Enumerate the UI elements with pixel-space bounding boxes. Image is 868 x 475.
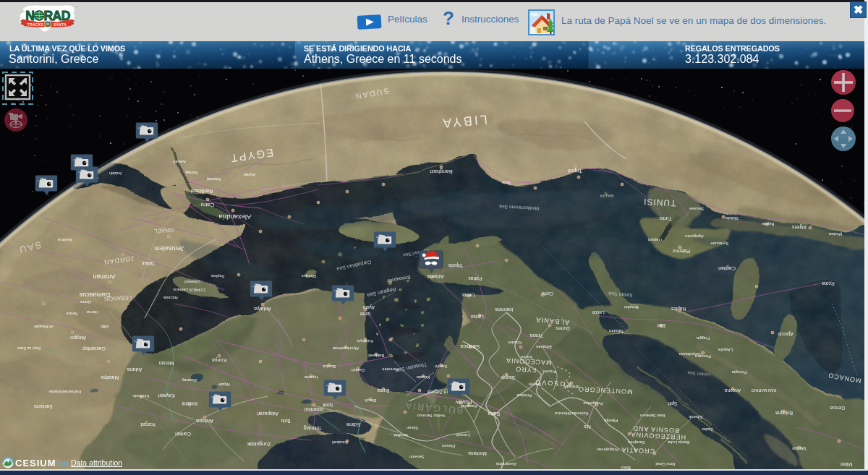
svg-text:Gaziantep: Gaziantep xyxy=(82,346,106,351)
svg-text:Genoa: Genoa xyxy=(830,406,845,411)
svg-text:Cankiri: Cankiri xyxy=(175,432,191,437)
svg-text:Tetovo: Tetovo xyxy=(529,382,542,387)
svg-text:Severin: Severin xyxy=(409,455,424,459)
svg-text:Isparta: Isparta xyxy=(304,375,318,380)
svg-text:Bilecik: Bilecik xyxy=(365,398,376,403)
svg-text:Naples: Naples xyxy=(671,306,686,312)
svg-text:Skikda: Skikda xyxy=(725,216,739,221)
svg-text:Bari: Bari xyxy=(657,323,665,328)
svg-text:SANTA: SANTA xyxy=(54,23,67,27)
svg-text:Sibenik: Sibenik xyxy=(688,415,703,419)
svg-text:Nis: Nis xyxy=(584,424,591,429)
svg-text:Mersin: Mersin xyxy=(158,361,174,366)
svg-text:Bologna: Bologna xyxy=(775,410,793,416)
svg-text:Kahramanmaras: Kahramanmaras xyxy=(49,390,81,394)
svg-text:Malatya: Malatya xyxy=(101,375,119,380)
svg-text:Sousse: Sousse xyxy=(689,207,704,211)
svg-text:Korce: Korce xyxy=(521,355,532,359)
svg-text:Kirsehir: Kirsehir xyxy=(181,401,197,406)
svg-text:Pristina: Pristina xyxy=(516,393,532,398)
svg-text:Novi Grad: Novi Grad xyxy=(655,462,675,466)
svg-text:Damascus: Damascus xyxy=(79,291,110,299)
svg-text:Konya: Konya xyxy=(212,357,226,363)
svg-text:Skopje: Skopje xyxy=(501,375,515,380)
svg-text:Kavala: Kavala xyxy=(416,375,430,380)
svg-text:Dayr az Zawr: Dayr az Zawr xyxy=(17,346,41,351)
svg-text:Corfu: Corfu xyxy=(542,291,553,296)
svg-text:Athens: Athens xyxy=(427,273,444,280)
svg-text:Sohag: Sohag xyxy=(185,171,197,175)
svg-text:Sirte: Sirte xyxy=(501,181,511,185)
svg-text:Ar Raqqah: Ar Raqqah xyxy=(34,325,53,329)
svg-text:Agrigento: Agrigento xyxy=(684,234,703,239)
svg-text:Roma: Roma xyxy=(822,281,835,286)
svg-text:Limassol: Limassol xyxy=(184,280,200,284)
svg-text:Zadar: Zadar xyxy=(702,427,713,432)
svg-text:Medina: Medina xyxy=(58,238,72,242)
svg-text:Antalya: Antalya xyxy=(254,306,271,312)
svg-text:Podgorica: Podgorica xyxy=(583,401,603,406)
svg-text:Lecce: Lecce xyxy=(592,310,605,315)
svg-text:Pescara: Pescara xyxy=(694,354,711,359)
svg-text:Kayseri: Kayseri xyxy=(158,393,175,398)
svg-text:Burdur: Burdur xyxy=(323,364,336,369)
svg-text:TRACKS: TRACKS xyxy=(27,23,44,27)
svg-text:?: ? xyxy=(443,7,454,29)
svg-text:Venice: Venice xyxy=(792,446,807,451)
svg-text:Izmir: Izmir xyxy=(359,312,371,317)
svg-text:Zonguldak: Zonguldak xyxy=(247,441,271,447)
svg-text:Ioannina: Ioannina xyxy=(495,307,513,312)
svg-text:Balikesir: Balikesir xyxy=(368,354,385,358)
svg-text:Ajaccio: Ajaccio xyxy=(778,331,793,337)
svg-text:Nicosia: Nicosia xyxy=(163,296,178,300)
svg-text:Banghazi: Banghazi xyxy=(430,168,453,175)
svg-text:Syracuse: Syracuse xyxy=(710,241,729,246)
svg-text:Foggia: Foggia xyxy=(696,336,710,341)
svg-text:Tripolis: Tripolis xyxy=(448,262,463,268)
svg-text:Patras: Patras xyxy=(468,276,482,281)
svg-text:Split: Split xyxy=(668,401,677,406)
svg-text:ion: ion xyxy=(56,458,69,468)
svg-text:SAN MARINO: SAN MARINO xyxy=(751,388,777,393)
svg-text:CESIUM: CESIUM xyxy=(15,458,56,468)
svg-text:Tartus: Tartus xyxy=(67,312,78,316)
svg-text:Aksaray: Aksaray xyxy=(182,378,197,382)
svg-text:Brindisi: Brindisi xyxy=(624,305,639,309)
svg-text:Sliven: Sliven xyxy=(407,426,418,430)
svg-text:Istanbul: Istanbul xyxy=(305,406,324,413)
svg-text:Plovdiv: Plovdiv xyxy=(455,400,472,405)
svg-text:Jeddah: Jeddah xyxy=(109,171,122,176)
svg-text:Homs: Homs xyxy=(80,300,91,304)
svg-text:Bursa: Bursa xyxy=(377,388,389,393)
svg-text:Instrucciones: Instrucciones xyxy=(461,14,519,25)
svg-text:Elbasan: Elbasan xyxy=(536,345,552,349)
svg-text:Medea: Medea xyxy=(828,232,842,236)
svg-text:Tabuk: Tabuk xyxy=(142,261,155,266)
svg-text:Kutahya: Kutahya xyxy=(357,339,373,343)
svg-text:Lovech: Lovech xyxy=(456,433,469,437)
svg-text:Cagliari: Cagliari xyxy=(718,265,736,271)
svg-text:Banja Luka: Banja Luka xyxy=(667,440,689,445)
svg-text:Milan: Milan xyxy=(841,462,853,467)
svg-text:Izmit: Izmit xyxy=(323,403,333,408)
svg-text:MALTA: MALTA xyxy=(600,194,613,198)
svg-text:Edirne: Edirne xyxy=(346,422,359,427)
svg-text:Tripoli: Tripoli xyxy=(568,168,582,174)
svg-text:Ankara: Ankara xyxy=(195,418,213,424)
svg-text:CYPRUS Larnaca: CYPRUS Larnaca xyxy=(173,288,205,292)
svg-text:RaniMazal: RaniMazal xyxy=(190,189,213,194)
svg-text:Komotini: Komotini xyxy=(382,367,399,372)
svg-text:Kozani: Kozani xyxy=(509,341,522,345)
svg-text:Paphos: Paphos xyxy=(210,274,224,278)
svg-text:Idlib: Idlib xyxy=(101,325,109,329)
svg-text:Yambol: Yambol xyxy=(394,433,409,437)
svg-text:Xanthi: Xanthi xyxy=(435,364,447,369)
svg-text:Sarajevo: Sarajevo xyxy=(628,440,645,445)
svg-text:Salonica: Salonica xyxy=(460,344,480,349)
svg-text:Kragujevac: Kragujevac xyxy=(597,448,618,452)
svg-text:Rhodes: Rhodes xyxy=(302,274,317,278)
svg-text:Bejaia: Bejaia xyxy=(762,222,774,226)
svg-text:Tunis: Tunis xyxy=(659,216,671,221)
svg-text:Adana: Adana xyxy=(127,367,142,372)
svg-text:Algiers: Algiers xyxy=(791,224,807,230)
